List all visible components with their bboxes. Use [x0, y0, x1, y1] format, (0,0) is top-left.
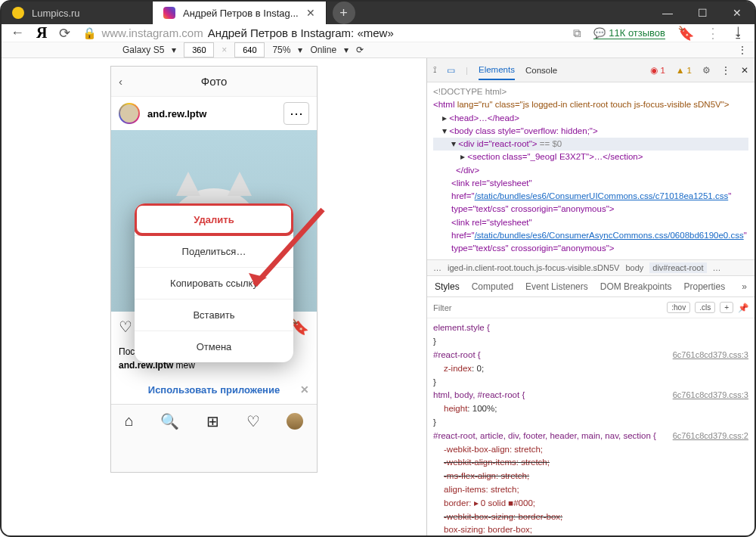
close-devtools-icon[interactable]: ✕: [741, 65, 748, 76]
menu-embed[interactable]: Вставить: [135, 299, 293, 331]
new-tab-button[interactable]: +: [333, 2, 355, 24]
downloads-icon[interactable]: ⭳: [732, 25, 745, 41]
back-icon[interactable]: ←: [11, 25, 24, 41]
menu-icon[interactable]: ⋮: [706, 25, 720, 42]
favicon-yandex: [12, 7, 24, 19]
url-host: www.instagram.com: [101, 26, 203, 39]
device-toggle-icon[interactable]: ▭: [447, 65, 455, 76]
menu-delete[interactable]: Удалить: [135, 203, 293, 235]
subtab-listeners[interactable]: Event Listeners: [525, 281, 588, 292]
inspect-icon[interactable]: ⟟: [433, 65, 436, 75]
mobile-preview: ‹ Фото and.rew.lptw ⋯ ♡ 💬 ✈ 🔖 Поставьте …: [110, 66, 318, 473]
copy-url-icon[interactable]: ⧉: [573, 26, 581, 40]
toolbar-more-icon[interactable]: ⋮: [738, 45, 747, 55]
reviews-link[interactable]: 11К отзывов: [593, 27, 665, 39]
dim-sep: ×: [222, 45, 227, 55]
tab-console[interactable]: Console: [525, 66, 557, 75]
reload-icon[interactable]: ⟳: [59, 25, 70, 42]
window-minimize[interactable]: ―: [650, 2, 685, 24]
favicon-instagram: [163, 7, 175, 19]
menu-copy-link[interactable]: Копировать ссылку: [135, 267, 293, 299]
more-icon[interactable]: ⋮: [721, 65, 730, 76]
dom-breadcrumb[interactable]: … iged-in.client-root.touch.js-focus-vis…: [427, 259, 754, 276]
new-rule-button[interactable]: +: [720, 302, 733, 313]
cls-toggle[interactable]: .cls: [695, 302, 715, 313]
subtab-more-icon[interactable]: »: [742, 281, 747, 292]
styles-filter-input[interactable]: [433, 303, 662, 312]
error-count[interactable]: ◉ 1: [650, 65, 665, 76]
tab-instagram[interactable]: Андрей Петров в Instag... ✕: [153, 2, 327, 24]
subtab-props[interactable]: Properties: [683, 281, 725, 292]
action-sheet: Удалить Поделиться… Копировать ссылку Вс…: [135, 203, 293, 362]
window-maximize[interactable]: ☐: [685, 2, 720, 24]
menu-share[interactable]: Поделиться…: [135, 235, 293, 267]
zoom-select[interactable]: 75%: [272, 45, 290, 55]
hov-toggle[interactable]: :hov: [667, 302, 690, 313]
throttle-select[interactable]: Online: [310, 45, 336, 55]
address-field[interactable]: 🔒 www.instagram.com Андрей Петров в Inst…: [82, 26, 581, 40]
action-sheet-overlay: Удалить Поделиться… Копировать ссылку Вс…: [111, 67, 317, 472]
subtab-dombp[interactable]: DOM Breakpoints: [600, 281, 672, 292]
warn-count[interactable]: ▲ 1: [676, 66, 692, 75]
dom-doctype: <!DOCTYPE html>: [433, 85, 748, 98]
dom-tree[interactable]: <!DOCTYPE html> <html lang="ru" class="j…: [427, 82, 754, 259]
settings-icon[interactable]: ⚙: [702, 65, 711, 76]
tab-elements[interactable]: Elements: [479, 65, 515, 80]
device-height-input[interactable]: [234, 42, 265, 57]
bookmark-icon[interactable]: 🔖: [677, 25, 694, 42]
rotate-icon[interactable]: ⟳: [356, 45, 364, 55]
device-width-input[interactable]: [184, 42, 214, 57]
lock-icon: 🔒: [82, 26, 97, 40]
menu-cancel[interactable]: Отмена: [135, 331, 293, 362]
subtab-computed[interactable]: Computed: [472, 281, 513, 292]
device-select[interactable]: Galaxy S5: [122, 45, 164, 55]
close-tab-icon[interactable]: ✕: [306, 7, 315, 19]
subtab-styles[interactable]: Styles: [435, 281, 460, 292]
tab-lumpics[interactable]: Lumpics.ru: [2, 2, 153, 24]
window-close[interactable]: ✕: [720, 2, 754, 24]
tab-label: Lumpics.ru: [32, 8, 80, 19]
styles-pane[interactable]: element.style { } 6c761c8cd379.css:3#rea…: [427, 318, 754, 537]
tab-label: Андрей Петров в Instag...: [183, 8, 299, 19]
pin-icon[interactable]: 📌: [738, 303, 748, 313]
yandex-logo[interactable]: Я: [36, 24, 47, 42]
page-title: Андрей Петров в Instagram: «mew»: [208, 26, 394, 39]
